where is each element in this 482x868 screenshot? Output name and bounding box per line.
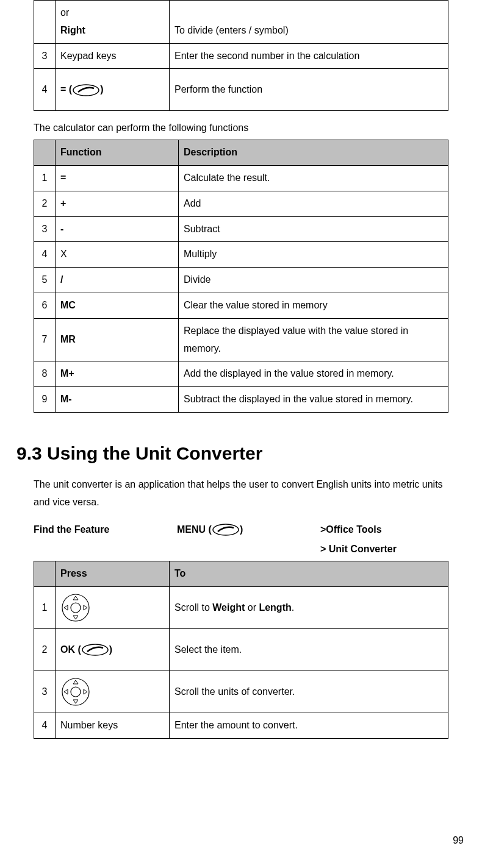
cell-num: 9 — [34, 387, 56, 413]
text: To divide (enters / symbol) — [174, 25, 289, 35]
text: ) — [109, 644, 112, 655]
cell-desc: Clear the value stored in memory — [179, 293, 448, 318]
cell-num: 7 — [34, 318, 56, 361]
text: = ( — [60, 84, 72, 94]
text: Right — [60, 25, 85, 35]
cell-desc: Add the displayed in the value stored in… — [179, 361, 448, 387]
table-row: 1=Calculate the result. — [34, 165, 448, 191]
cell-desc: Calculate the result. — [179, 165, 448, 191]
cell-press: OK () — [56, 628, 170, 671]
find-feature-label: Find the Feature — [34, 521, 177, 539]
cell-desc: Subtract — [179, 216, 448, 242]
cell-num: 5 — [34, 268, 56, 293]
cell-press — [56, 586, 170, 628]
svg-point-3 — [71, 603, 81, 613]
cell-func: - — [56, 216, 179, 242]
cell-press — [56, 671, 170, 713]
cell-desc: Subtract the displayed in the value stor… — [179, 387, 448, 413]
text: OK ( — [60, 644, 81, 655]
cell-desc: Divide — [179, 268, 448, 293]
svg-marker-12 — [73, 700, 78, 703]
table-row: 3-Subtract — [34, 216, 448, 242]
menu-label: MENU () — [177, 521, 320, 539]
cell-press: or Right — [56, 1, 170, 44]
table-row: 9M-Subtract the displayed in the value s… — [34, 387, 448, 413]
table-calc-steps: or Right To divide (enters / symbol) 3 K… — [34, 0, 448, 111]
header-cell: Function — [56, 140, 179, 166]
cell-num: 1 — [34, 586, 56, 628]
svg-marker-11 — [73, 680, 78, 684]
cell-num: 8 — [34, 361, 56, 387]
cell-num: 1 — [34, 165, 56, 191]
cell-to: Enter the second number in the calculati… — [170, 43, 448, 69]
cell-num: 6 — [34, 293, 56, 318]
softkey-icon — [81, 643, 109, 656]
table-row: or Right To divide (enters / symbol) — [34, 1, 448, 44]
svg-point-1 — [213, 524, 239, 535]
svg-marker-7 — [84, 605, 87, 610]
path-unit-converter: > Unit Converter — [320, 541, 448, 558]
cell-to: Scroll the units of converter. — [170, 671, 448, 713]
softkey-icon — [72, 84, 100, 97]
table-row: 4XMultiply — [34, 242, 448, 268]
text: or — [60, 7, 69, 18]
cell-press: Keypad keys — [56, 43, 170, 69]
cell-desc: Add — [179, 191, 448, 216]
cell-func: M+ — [56, 361, 179, 387]
table-functions: Function Description 1=Calculate the res… — [34, 140, 448, 413]
cell-num: 3 — [34, 43, 56, 69]
text: MENU ( — [177, 524, 212, 535]
table-row: 5/Divide — [34, 268, 448, 293]
cell-func: / — [56, 268, 179, 293]
cell-press: = () — [56, 69, 170, 111]
cell-func: + — [56, 191, 179, 216]
table-row: 1 Scroll to Weight or Length. — [34, 586, 448, 628]
cell-to: Scroll to Weight or Length. — [170, 586, 448, 628]
svg-point-9 — [62, 678, 89, 705]
section-intro: The unit converter is an application tha… — [34, 476, 448, 511]
cell-num: 4 — [34, 242, 56, 268]
table-row: 6MCClear the value stored in memory — [34, 293, 448, 318]
table-row: 3 Scroll the units of converter. — [34, 671, 448, 713]
svg-point-0 — [73, 85, 99, 96]
cell-to: Select the item. — [170, 628, 448, 671]
svg-point-2 — [62, 594, 89, 621]
table-row: 3 Keypad keys Enter the second number in… — [34, 43, 448, 69]
svg-point-8 — [82, 644, 108, 655]
cell-func: X — [56, 242, 179, 268]
cell-to: To divide (enters / symbol) — [170, 1, 448, 44]
cell-press: Number keys — [56, 713, 170, 738]
cell-num: 4 — [34, 69, 56, 111]
cell-func: MR — [56, 318, 179, 361]
table-row: 7MRReplace the displayed value with the … — [34, 318, 448, 361]
text: Scroll to — [174, 602, 212, 613]
cell-num: 2 — [34, 191, 56, 216]
cell-num: 3 — [34, 216, 56, 242]
cell-num: 3 — [34, 671, 56, 713]
header-cell — [34, 561, 56, 587]
table-row: 8M+Add the displayed in the value stored… — [34, 361, 448, 387]
cell-desc: Multiply — [179, 242, 448, 268]
section-heading: 9.3 Using the Unit Converter — [16, 437, 448, 470]
svg-marker-6 — [64, 605, 68, 610]
cell-to: Enter the amount to convert. — [170, 713, 448, 738]
text: ) — [100, 84, 103, 94]
svg-marker-4 — [73, 596, 78, 600]
table-unit-converter: Press To 1 Scroll to Weight or Length. 2… — [34, 561, 448, 739]
intro-text: The calculator can perform the following… — [34, 119, 448, 137]
find-feature-row: Find the Feature MENU () >Office Tools — [34, 521, 448, 539]
cell-num: 2 — [34, 628, 56, 671]
text: or — [245, 602, 259, 613]
table-header-row: Function Description — [34, 140, 448, 166]
text: ) — [240, 524, 243, 535]
table-row: 2+Add — [34, 191, 448, 216]
page-number: 99 — [453, 832, 464, 850]
table-row: 4 Number keys Enter the amount to conver… — [34, 713, 448, 738]
header-cell: Description — [179, 140, 448, 166]
svg-marker-5 — [73, 616, 78, 619]
svg-marker-13 — [64, 689, 68, 694]
softkey-icon — [212, 523, 240, 536]
svg-marker-14 — [84, 689, 87, 694]
table-row: 2 OK () Select the item. — [34, 628, 448, 671]
cell-func: = — [56, 165, 179, 191]
